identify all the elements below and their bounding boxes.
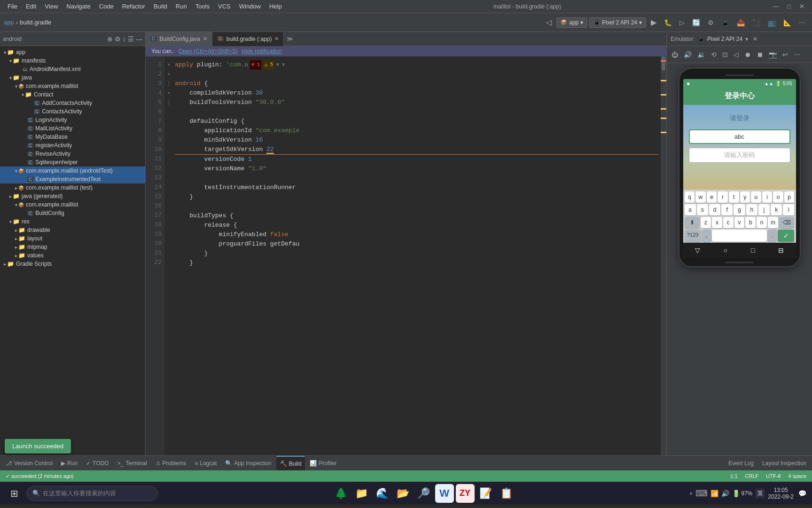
emulator-device-dropdown[interactable]: ▾ <box>745 36 748 42</box>
tree-item-app[interactable]: ▾ 📁 app <box>0 48 145 56</box>
key-a[interactable]: a <box>685 204 696 215</box>
taskbar-files[interactable]: 📂 <box>394 484 413 503</box>
tree-item-res[interactable]: ▾ 📁 res <box>0 217 145 226</box>
key-numbers[interactable]: ?123 <box>685 230 701 242</box>
menu-help[interactable]: Help <box>265 2 286 11</box>
tree-item-sqlite[interactable]: C Sqliteopenhelper <box>0 158 145 167</box>
tree-item-androidmanifest[interactable]: 🗂 AndroidManifest.xml <box>0 65 145 73</box>
tab-version-control[interactable]: ⎇ Version Control <box>2 456 56 470</box>
phone-menu-btn[interactable]: ⊟ <box>778 246 784 254</box>
key-period[interactable]: . <box>768 230 777 242</box>
tab-run[interactable]: ▶ Run <box>57 456 81 470</box>
notification-open-link[interactable]: Open (Ctrl+Alt+Shift+S) <box>179 48 238 55</box>
panel-settings-btn[interactable]: ☰ <box>128 35 134 43</box>
run-button[interactable]: ▶ <box>648 17 659 28</box>
tray-network[interactable]: 📶 <box>710 490 718 497</box>
menu-vcs[interactable]: VCS <box>214 2 234 11</box>
tree-item-test[interactable]: ▸ 📦 com.example.maillist (test) <box>0 183 145 192</box>
tree-item-exampletest[interactable]: C ExampleInstrumentedTest <box>0 175 145 183</box>
panel-collapse-btn[interactable]: — <box>136 35 142 43</box>
tree-item-gradle-scripts[interactable]: ▸ 📁 Gradle Scripts <box>0 260 145 268</box>
tree-item-revise[interactable]: C ReviseActivity <box>0 150 145 158</box>
key-m[interactable]: m <box>768 217 778 228</box>
volume-down-btn[interactable]: 🔉 <box>695 50 707 59</box>
avd-manager-button[interactable]: 📱 <box>718 18 732 27</box>
menu-code[interactable]: Code <box>95 2 117 11</box>
sync-button[interactable]: 🔄 <box>689 18 703 27</box>
phone-recents-btn[interactable]: □ <box>751 246 755 254</box>
menu-navigate[interactable]: Navigate <box>62 2 94 11</box>
key-w[interactable]: w <box>695 191 706 203</box>
windows-start-btn[interactable]: ⊞ <box>4 483 24 504</box>
rotate-btn[interactable]: ⟲ <box>709 50 718 59</box>
debug-button[interactable]: 🐛 <box>661 18 675 27</box>
device-dropdown[interactable]: 📱 Pixel 2 API 24 ▾ <box>589 17 646 28</box>
phone-username-input[interactable]: abc <box>689 129 790 144</box>
menu-run[interactable]: Run <box>172 2 191 11</box>
taskbar-word[interactable]: W <box>435 484 454 503</box>
layout-inspector-button[interactable]: 📐 <box>781 18 794 27</box>
tab-problems[interactable]: ⚠ Problems <box>152 456 190 470</box>
tools2-button[interactable]: ⚙ <box>705 18 717 27</box>
tabs-overflow-btn[interactable]: ≫ <box>284 35 296 42</box>
nav-back-button[interactable]: ◁ <box>543 17 554 28</box>
taskbar-explorer[interactable]: 📁 <box>352 484 371 503</box>
key-shift[interactable]: ⬆ <box>685 217 700 228</box>
sdk-manager-button[interactable]: 📥 <box>734 18 748 27</box>
menu-window[interactable]: Window <box>235 2 265 11</box>
app-run-dropdown[interactable]: 📦 app ▾ <box>556 17 587 28</box>
key-r[interactable]: r <box>718 191 728 203</box>
code-editor[interactable]: 12345 678910 1112131415 1617181920 2122 … <box>146 56 666 455</box>
tree-item-manifests[interactable]: ▾ 📁 manifests <box>0 56 145 65</box>
tray-keyboard[interactable]: ⌨ <box>695 488 708 499</box>
key-backspace[interactable]: ⌫ <box>779 217 795 228</box>
tab-buildgradle-close[interactable]: ✕ <box>274 36 279 42</box>
key-done[interactable]: ✓ <box>778 230 794 242</box>
taskbar-search-app[interactable]: 🔎 <box>414 484 433 503</box>
tree-item-values[interactable]: ▸ 📁 values <box>0 251 145 260</box>
key-t[interactable]: t <box>729 191 739 203</box>
key-space[interactable] <box>712 230 767 242</box>
key-i[interactable]: i <box>762 191 773 203</box>
tree-item-package-generated[interactable]: ▾ 📦 com.example.maillist <box>0 200 145 209</box>
tree-item-java-generated[interactable]: ▸ 📁 java (generated) <box>0 192 145 200</box>
phone-back-btn[interactable]: ▽ <box>695 246 700 254</box>
taskbar-app2[interactable]: 📋 <box>497 484 516 503</box>
fold-btn[interactable]: ⊡ <box>720 50 730 59</box>
back-nav-btn[interactable]: ◁ <box>732 50 741 59</box>
minimize-button[interactable]: — <box>769 2 782 11</box>
volume-up-btn[interactable]: 🔊 <box>682 50 694 59</box>
panel-gear-btn[interactable]: ⚙ <box>115 35 121 43</box>
tree-item-register[interactable]: C registerActivity <box>0 141 145 150</box>
device-mirror-button[interactable]: 📺 <box>765 18 779 27</box>
notifications-btn[interactable]: 💬 <box>796 489 808 498</box>
key-o[interactable]: o <box>773 191 783 203</box>
key-g[interactable]: g <box>734 204 745 215</box>
menu-tools[interactable]: Tools <box>192 2 213 11</box>
close-button[interactable]: ✕ <box>796 2 808 11</box>
menu-refactor[interactable]: Refactor <box>118 2 149 11</box>
run-config-button[interactable]: ▷ <box>677 18 687 27</box>
restore-btn[interactable]: ↩ <box>781 50 790 59</box>
key-k[interactable]: k <box>771 204 782 215</box>
key-u[interactable]: u <box>751 191 761 203</box>
key-x[interactable]: x <box>712 217 722 228</box>
tab-buildconfig-close[interactable]: ✕ <box>203 36 207 42</box>
more-emu-btn[interactable]: ⋯ <box>792 50 802 59</box>
key-d[interactable]: d <box>709 204 720 215</box>
phone-screen[interactable]: ■ ▲▲ 🔋 5:05 登录中心 请登录 <box>683 79 796 258</box>
tray-volume[interactable]: 🔊 <box>721 490 729 497</box>
tab-profiler[interactable]: 📊 Profiler <box>306 456 340 470</box>
phone-home-btn[interactable]: ○ <box>724 246 727 254</box>
breadcrumb-app[interactable]: app <box>4 19 14 26</box>
key-comma[interactable]: , <box>702 230 711 242</box>
screenshot-btn[interactable]: 📷 <box>767 50 779 59</box>
tree-item-drawable[interactable]: ▸ 📁 drawable <box>0 226 145 234</box>
key-n[interactable]: n <box>757 217 767 228</box>
tray-expand[interactable]: ∧ <box>689 491 693 496</box>
stop-emu-btn[interactable]: ⏹ <box>755 50 765 59</box>
tab-terminal[interactable]: >_ Terminal <box>114 456 151 470</box>
tree-item-mipmap[interactable]: ▸ 📁 mipmap <box>0 243 145 251</box>
taskbar-app1[interactable]: 📝 <box>476 484 495 503</box>
panel-sort-btn[interactable]: ↕ <box>123 35 126 43</box>
